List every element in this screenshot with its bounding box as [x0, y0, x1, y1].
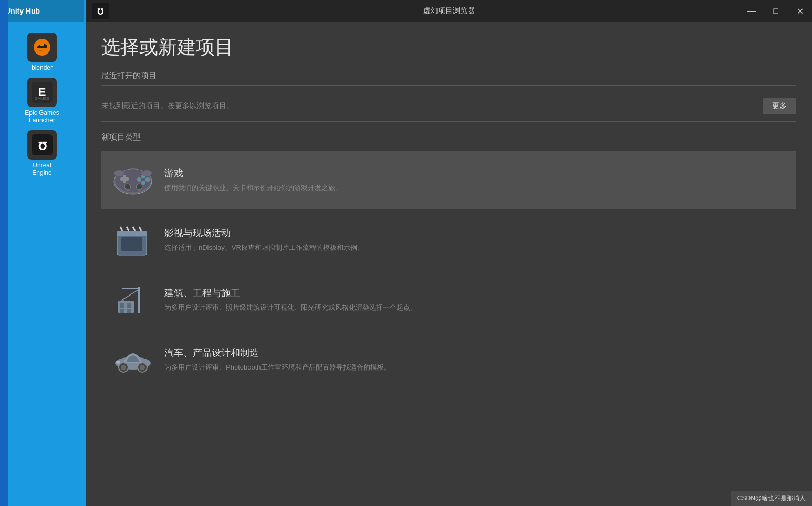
- svg-rect-4: [38, 51, 46, 52]
- svg-rect-3: [37, 48, 47, 50]
- svg-point-45: [116, 361, 120, 364]
- category-auto[interactable]: 汽车、产品设计和制造 为多用户设计评审、Photobooth工作室环境和产品配置…: [101, 330, 796, 389]
- game-icon: [112, 159, 154, 201]
- recent-projects-row: 未找到最近的项目。按更多以浏览项目。 更多: [101, 91, 796, 122]
- notification-text: CSDN@啥也不是那消人: [737, 494, 806, 502]
- svg-point-42: [121, 365, 126, 370]
- game-category-name: 游戏: [164, 167, 786, 180]
- category-film[interactable]: 影视与现场活动 选择适用于nDisplay、VR探查和虚拟制片工作流程的模板和示…: [101, 210, 796, 269]
- title-bar: ʊ 虚幻项目浏览器 — □ ✕: [86, 0, 812, 22]
- arch-icon: [112, 279, 154, 321]
- no-recent-text: 未找到最近的项目。按更多以浏览项目。: [101, 101, 234, 111]
- arch-category-desc: 为多用户设计评审、照片级建筑设计可视化、阳光研究或风格化渲染选择一个起点。: [164, 302, 786, 313]
- window-title: 虚幻项目浏览器: [423, 6, 475, 16]
- window-content: 选择或新建项目 最近打开的项目 未找到最近的项目。按更多以浏览项目。 更多 新项…: [86, 22, 812, 506]
- svg-line-28: [133, 227, 135, 231]
- svg-rect-31: [138, 287, 140, 313]
- epic-launcher-label: Epic Games Launcher: [25, 109, 59, 124]
- title-bar-controls: — □ ✕: [740, 0, 812, 22]
- svg-rect-38: [120, 309, 124, 313]
- svg-line-26: [120, 227, 122, 231]
- svg-rect-15: [123, 175, 126, 183]
- close-button[interactable]: ✕: [788, 0, 812, 22]
- game-category-text: 游戏 使用我们的关键职业、关卡和示例开始你的游戏开发之旅。: [164, 167, 786, 193]
- desktop-icon-blender[interactable]: blender: [16, 33, 68, 71]
- project-categories: 游戏 使用我们的关键职业、关卡和示例开始你的游戏开发之旅。: [101, 151, 796, 390]
- auto-category-name: 汽车、产品设计和制造: [164, 346, 786, 359]
- auto-category-desc: 为多用户设计评审、Photobooth工作室环境和产品配置器寻找适合的模板。: [164, 362, 786, 373]
- film-category-desc: 选择适用于nDisplay、VR探查和虚拟制片工作流程的模板和示例。: [164, 243, 786, 253]
- svg-rect-39: [127, 309, 131, 313]
- blender-label: blender: [32, 64, 53, 71]
- svg-line-33: [122, 289, 139, 300]
- desktop-sidebar: Unity Hub blender E GAMES Epic Games Lau…: [0, 0, 84, 506]
- desktop-icon-epic[interactable]: E GAMES Epic Games Launcher: [16, 78, 68, 124]
- svg-point-44: [140, 365, 145, 370]
- svg-point-2: [40, 42, 44, 46]
- film-icon: [112, 219, 154, 261]
- recent-section-header: 最近打开的项目: [101, 71, 796, 86]
- unreal-engine-label: Unreal Engine: [32, 162, 51, 176]
- svg-line-27: [127, 227, 129, 231]
- svg-point-23: [136, 184, 142, 190]
- svg-point-21: [141, 170, 152, 176]
- svg-point-19: [141, 181, 145, 185]
- category-game[interactable]: 游戏 使用我们的关键职业、关卡和示例开始你的游戏开发之旅。: [101, 151, 796, 209]
- svg-point-18: [137, 177, 141, 182]
- game-category-desc: 使用我们的关键职业、关卡和示例开始你的游戏开发之旅。: [164, 183, 786, 193]
- svg-point-20: [114, 170, 124, 176]
- svg-rect-25: [117, 231, 147, 236]
- blender-icon: [27, 33, 57, 62]
- unity-hub-label: Unity Hub: [5, 7, 40, 15]
- left-strip: [0, 0, 8, 506]
- more-button[interactable]: 更多: [763, 98, 796, 114]
- film-category-text: 影视与现场活动 选择适用于nDisplay、VR探查和虚拟制片工作流程的模板和示…: [164, 227, 786, 253]
- minimize-button[interactable]: —: [740, 0, 764, 22]
- page-title: 选择或新建项目: [101, 35, 796, 60]
- auto-icon: [112, 339, 154, 381]
- svg-rect-32: [122, 288, 140, 289]
- unreal-logo-icon: ʊ: [92, 3, 109, 19]
- svg-text:ʊ: ʊ: [38, 137, 47, 153]
- svg-text:GAMES: GAMES: [35, 96, 50, 101]
- svg-rect-37: [127, 303, 131, 308]
- auto-category-text: 汽车、产品设计和制造 为多用户设计评审、Photobooth工作室环境和产品配置…: [164, 346, 786, 373]
- maximize-button[interactable]: □: [764, 0, 788, 22]
- svg-rect-36: [120, 303, 124, 308]
- desktop-icon-unreal[interactable]: ʊ Unreal Engine: [16, 130, 68, 176]
- svg-point-17: [145, 177, 150, 182]
- film-category-name: 影视与现场活动: [164, 227, 786, 239]
- main-window: ʊ 虚幻项目浏览器 — □ ✕ 选择或新建项目 最近打开的项目 未找到最近的项目…: [86, 0, 812, 506]
- new-project-section-header: 新项目类型: [101, 132, 796, 142]
- category-arch[interactable]: 建筑、工程与施工 为多用户设计评审、照片级建筑设计可视化、阳光研究或风格化渲染选…: [101, 270, 796, 329]
- svg-rect-30: [121, 237, 142, 251]
- arch-category-text: 建筑、工程与施工 为多用户设计评审、照片级建筑设计可视化、阳光研究或风格化渲染选…: [164, 287, 786, 313]
- svg-point-22: [124, 184, 131, 190]
- unity-hub-bar[interactable]: Unity Hub: [0, 0, 84, 22]
- unreal-engine-desktop-icon: ʊ: [27, 130, 57, 160]
- svg-text:ʊ: ʊ: [97, 5, 104, 17]
- arch-category-name: 建筑、工程与施工: [164, 287, 786, 299]
- epic-games-icon: E GAMES: [27, 78, 57, 107]
- bottom-notification: CSDN@啥也不是那消人: [731, 491, 812, 506]
- svg-line-29: [139, 227, 141, 231]
